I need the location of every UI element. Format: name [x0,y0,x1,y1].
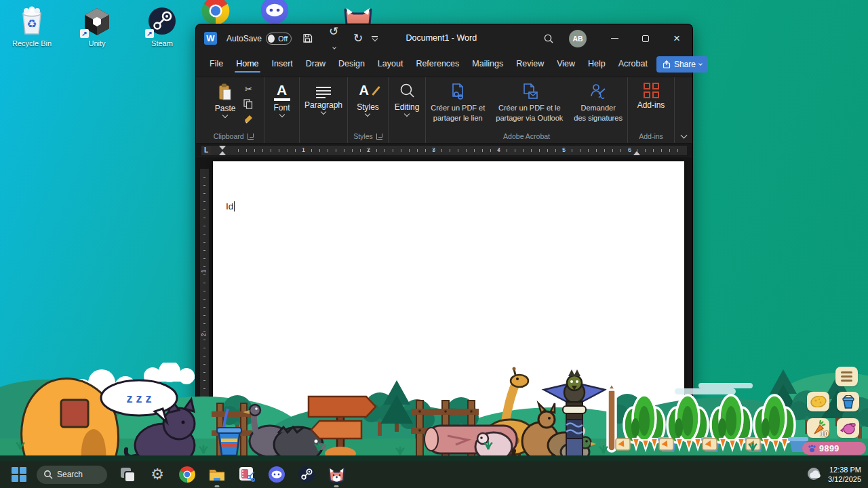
addins-button[interactable]: Add-ins [633,81,669,111]
cut-button[interactable]: ✂ [241,83,256,95]
copy-button[interactable] [241,98,256,110]
share-icon [663,60,671,68]
file-explorer-button[interactable] [208,465,226,484]
tab-stop-selector[interactable]: L [201,146,211,155]
game-menu-button[interactable] [835,367,858,386]
paste-icon [217,83,233,102]
ruler-number: 2 [200,333,207,336]
desktop-icon-discord-partial[interactable] [260,0,290,25]
fox-app-button[interactable] [327,465,346,484]
right-indent-marker[interactable] [633,151,640,155]
tab-references[interactable]: References [412,55,463,74]
tab-help[interactable]: Help [584,55,610,74]
ribbon-group-addins: Add-ins Add-ins [628,77,675,143]
search-button[interactable] [543,33,554,44]
chevron-down-icon [279,112,284,117]
close-button[interactable]: × [661,24,692,52]
tab-view[interactable]: View [553,55,579,74]
tab-mailings[interactable]: Mailings [468,55,507,74]
chrome-button[interactable] [178,465,197,484]
clipchamp-button[interactable] [237,465,256,484]
font-button[interactable]: A Font [270,81,294,118]
acrobat-button-line1: Demander [580,104,615,112]
settings-button[interactable]: ⚙ [148,465,167,484]
shortcut-arrow-icon: ↗ [145,29,154,38]
redo-button[interactable]: ↻ [351,31,365,45]
save-button[interactable] [302,33,316,43]
taskbar-search[interactable]: Search [37,466,107,484]
autosave-state: Off [278,35,288,43]
group-label-styles: Styles [353,132,373,140]
shortcut-arrow-icon: ↗ [80,29,89,38]
clock-date: 3/12/2025 [828,474,861,484]
start-button[interactable] [9,465,28,484]
maximize-icon [642,35,649,42]
styles-button[interactable]: A Styles [353,81,383,117]
autosave-switch[interactable]: Off [266,33,292,45]
game-sponge-button[interactable] [807,392,829,411]
game-carrot-button[interactable]: 10 [807,418,829,438]
watering-can-icon [840,422,856,434]
ruler-number: 6 [628,146,631,153]
desktop-icon-chrome-partial[interactable] [201,0,231,26]
desktop-icon-unity[interactable]: ↗ Unity [68,5,126,47]
chevron-down-icon [222,113,228,118]
account-avatar[interactable]: AB [569,30,587,47]
tab-home[interactable]: Home [232,55,262,74]
task-view-button[interactable] [118,465,137,484]
share-button[interactable]: Share [656,56,708,73]
ribbon-group-editing: Editing [389,77,427,143]
chrome-icon [178,466,196,483]
taskbar-clock[interactable]: 12:38 PM 3/12/2025 [828,465,861,485]
tab-review[interactable]: Review [512,55,548,74]
desktop-icon-recycle-bin[interactable]: ♻ Recycle Bin [3,5,61,47]
create-pdf-share-outlook-button[interactable]: Créer un PDF et le partager via Outlook [492,81,567,125]
tab-file[interactable]: File [205,55,227,74]
text-cursor [234,201,235,211]
running-indicator [215,485,220,487]
chevron-down-icon [365,111,370,117]
tab-draw[interactable]: Draw [302,55,330,74]
game-watering-can-button[interactable] [837,418,859,438]
chrome-icon [201,0,231,26]
paste-button[interactable]: Paste [211,81,240,119]
desktop-icon-steam[interactable]: ↗ Steam [133,5,191,47]
paragraph-button[interactable]: Paragraph [300,81,347,115]
tab-layout[interactable]: Layout [374,55,408,74]
tab-design[interactable]: Design [334,55,369,74]
tab-acrobat[interactable]: Acrobat [614,55,652,74]
document-text[interactable]: Id [226,201,235,211]
discord-button[interactable] [267,465,286,484]
ruler-row: L 1 2 3 4 5 6 [196,143,692,157]
word-logo-icon[interactable] [204,32,217,45]
editing-button[interactable]: Editing [391,81,424,117]
chevron-down-icon [332,45,336,49]
create-pdf-share-link-button[interactable]: Créer un PDF et partager le lien [427,81,489,125]
steam-button[interactable] [297,465,316,484]
game-bucket-button[interactable] [837,392,859,411]
tab-insert[interactable]: Insert [268,55,297,74]
dialog-launcher-icon[interactable] [376,134,382,140]
collapse-ribbon-button[interactable] [675,77,692,143]
ribbon-group-font: A Font [264,77,300,143]
hanging-indent-marker[interactable] [219,151,226,155]
request-signatures-button[interactable]: Demander des signatures [570,81,627,125]
undo-button[interactable]: ↺ [327,24,340,52]
ruler-number: 5 [562,146,566,153]
chevron-down-icon [698,62,703,66]
harvest-count: 9899 [819,444,840,453]
editing-search-icon [399,83,415,100]
autosave-toggle[interactable]: AutoSave Off [226,33,292,45]
ruler-number: 2 [367,146,370,153]
customize-toolbar-button[interactable] [372,36,378,41]
weather-icon[interactable] [806,467,823,482]
unity-icon: ↗ [81,5,113,37]
first-line-indent-marker[interactable] [219,146,226,150]
minimize-button[interactable] [599,24,630,52]
maximize-button[interactable] [630,24,661,52]
format-painter-button[interactable] [241,113,256,125]
pdf-share-link-icon [449,83,467,100]
hamburger-menu-icon [841,371,852,382]
dialog-launcher-icon[interactable] [248,134,254,140]
horizontal-ruler[interactable]: 1 2 3 4 5 6 [211,146,687,155]
